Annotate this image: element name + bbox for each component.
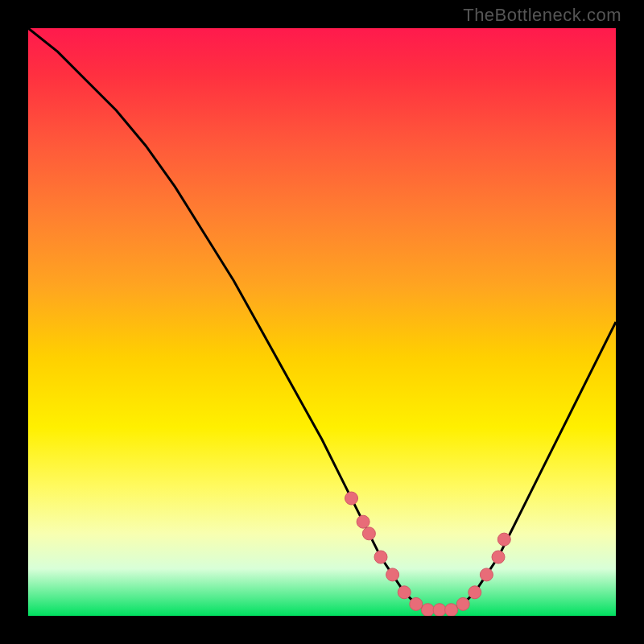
fit-marker <box>410 597 423 610</box>
fit-marker <box>456 597 469 610</box>
bottleneck-curve <box>28 28 616 610</box>
fit-markers-group <box>345 492 511 616</box>
fit-marker <box>357 515 369 528</box>
plot-area <box>28 28 616 616</box>
fit-marker <box>433 604 446 616</box>
bottleneck-curve-svg <box>28 28 616 616</box>
fit-marker <box>374 551 387 564</box>
fit-marker <box>398 586 411 599</box>
chart-frame: TheBottleneck.com <box>0 0 644 644</box>
fit-marker <box>362 527 375 540</box>
fit-marker <box>492 551 505 564</box>
fit-marker <box>386 568 399 581</box>
fit-marker <box>480 568 493 581</box>
fit-marker <box>469 586 481 599</box>
fit-marker <box>421 604 434 616</box>
fit-marker <box>345 492 358 505</box>
watermark-text: TheBottleneck.com <box>463 5 621 26</box>
fit-marker <box>445 604 458 616</box>
fit-marker <box>497 533 510 546</box>
